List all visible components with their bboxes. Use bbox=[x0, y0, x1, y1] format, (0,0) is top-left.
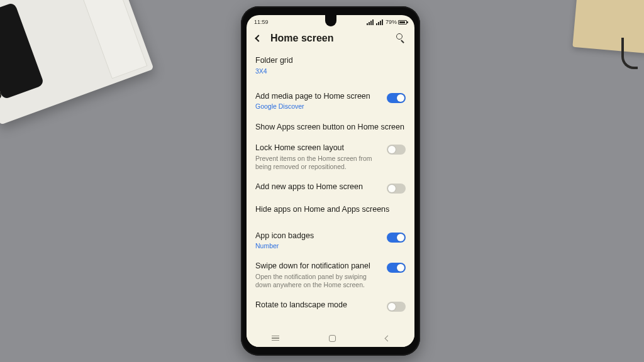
toggle-knob bbox=[388, 146, 396, 153]
status-time: 11:59 bbox=[254, 19, 269, 25]
screen-notch bbox=[325, 15, 336, 26]
toggle-knob bbox=[388, 303, 396, 310]
toggle-switch[interactable] bbox=[387, 184, 406, 194]
settings-row[interactable]: Add media page to Home screenGoogle Disc… bbox=[255, 86, 406, 117]
toggle-knob bbox=[397, 94, 404, 102]
settings-row-label: Add media page to Home screen bbox=[255, 92, 380, 102]
settings-row[interactable]: Folder grid3X4 bbox=[255, 50, 406, 81]
nav-bar bbox=[247, 329, 414, 347]
settings-row-sublabel: Number bbox=[255, 242, 380, 250]
settings-row-label: Add new apps to Home screen bbox=[255, 182, 380, 192]
search-icon bbox=[396, 33, 402, 40]
search-button[interactable] bbox=[396, 33, 407, 44]
settings-row-sublabel: Prevent items on the Home screen from be… bbox=[255, 155, 380, 171]
signal-icon bbox=[367, 19, 374, 25]
settings-row[interactable]: Rotate to landscape mode bbox=[255, 295, 406, 317]
battery-icon bbox=[398, 20, 407, 25]
settings-row-label: Folder grid bbox=[255, 56, 406, 66]
toggle-switch[interactable] bbox=[387, 302, 406, 312]
battery-indicator: 79% bbox=[386, 19, 407, 25]
toggle-switch[interactable] bbox=[387, 93, 406, 103]
back-button[interactable] bbox=[253, 33, 264, 44]
settings-row-sublabel: Open the notification panel by swiping d… bbox=[255, 273, 380, 289]
toggle-switch[interactable] bbox=[387, 263, 406, 273]
box-phone-image bbox=[0, 2, 45, 99]
nav-home-button[interactable] bbox=[329, 335, 336, 342]
phone-screen: 11:59 79% Home screen Folder grid3X4Add … bbox=[247, 15, 414, 347]
settings-row-label: Hide apps on Home and Apps screens bbox=[255, 205, 406, 215]
product-box: Galaxy A06 bbox=[0, 0, 154, 125]
settings-row[interactable]: Swipe down for notification panelOpen th… bbox=[255, 256, 406, 295]
phone-device: 11:59 79% Home screen Folder grid3X4Add … bbox=[241, 6, 420, 356]
settings-row[interactable]: Show Apps screen button on Home screen bbox=[255, 117, 406, 138]
settings-row-label: App icon badges bbox=[255, 231, 380, 241]
section-divider bbox=[255, 81, 406, 86]
usb-cable bbox=[621, 38, 638, 69]
section-divider bbox=[255, 221, 406, 226]
page-header: Home screen bbox=[247, 29, 414, 50]
settings-list[interactable]: Folder grid3X4Add media page to Home scr… bbox=[247, 50, 414, 317]
signal-icon-2 bbox=[376, 19, 383, 25]
nav-back-button[interactable] bbox=[384, 335, 391, 341]
settings-row-label: Swipe down for notification panel bbox=[255, 261, 380, 272]
toggle-knob bbox=[397, 264, 404, 272]
toggle-switch[interactable] bbox=[387, 145, 406, 155]
settings-row[interactable]: Add new apps to Home screen bbox=[255, 177, 406, 199]
settings-row-label: Show Apps screen button on Home screen bbox=[255, 123, 406, 133]
toggle-switch[interactable] bbox=[387, 233, 406, 243]
nav-recents-button[interactable] bbox=[272, 336, 279, 341]
toggle-knob bbox=[388, 185, 396, 192]
settings-row[interactable]: Hide apps on Home and Apps screens bbox=[255, 199, 406, 221]
settings-row-label: Lock Home screen layout bbox=[255, 143, 380, 153]
settings-row[interactable]: Lock Home screen layoutPrevent items on … bbox=[255, 138, 406, 177]
chevron-left-icon bbox=[255, 35, 262, 41]
battery-percent: 79% bbox=[386, 19, 397, 25]
box-barcode-strip bbox=[75, 0, 148, 79]
settings-row-label: Rotate to landscape mode bbox=[255, 300, 380, 310]
settings-row-sublabel: 3X4 bbox=[255, 67, 406, 75]
toggle-knob bbox=[397, 234, 404, 241]
settings-row-sublabel: Google Discover bbox=[255, 102, 380, 111]
page-title: Home screen bbox=[270, 33, 389, 44]
settings-row[interactable]: App icon badgesNumber bbox=[255, 226, 406, 256]
